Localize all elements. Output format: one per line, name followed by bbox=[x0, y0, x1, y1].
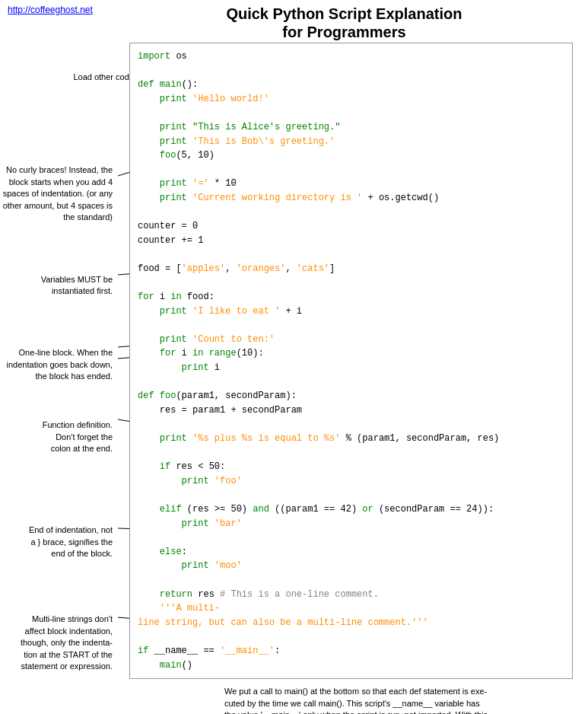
code-line-foo-call: foo(5, 10) bbox=[138, 148, 564, 163]
code-line-counter1: counter += 1 bbox=[138, 234, 564, 248]
ann-end-indent: End of indentation, not a } brace, signi… bbox=[0, 513, 113, 560]
code-line-blank9 bbox=[138, 417, 564, 432]
ann-main-call: We put a call to main() at the bottom so… bbox=[224, 674, 559, 714]
code-line-blank12 bbox=[138, 531, 564, 545]
page-header: http://coffeeghost.net Quick Python Scri… bbox=[0, 0, 588, 43]
code-line-if-res: if res < 50: bbox=[138, 460, 564, 474]
code-line-blank6 bbox=[138, 276, 564, 291]
code-line-blank13 bbox=[138, 573, 564, 588]
code-line-return: return res # This is a one-line comment. bbox=[138, 588, 564, 602]
code-line-blank10 bbox=[138, 446, 564, 461]
code-line-count: print 'Count to ten:' bbox=[138, 333, 564, 347]
code-line-main-call: main() bbox=[138, 658, 564, 673]
ann-func-def: Function definition. Don't forget the co… bbox=[0, 408, 113, 455]
ann-no-curly: No curly braces! Instead, the block star… bbox=[0, 153, 113, 223]
code-line-blank5 bbox=[138, 247, 564, 262]
code-line-blank11 bbox=[138, 488, 564, 502]
code-line-cwd: print 'Current working directory is ' + … bbox=[138, 191, 564, 206]
code-line-print-moo: print 'moo' bbox=[138, 559, 564, 573]
ann-multiline-str: Multi-line strings don't affect block in… bbox=[0, 602, 113, 672]
code-line-for-range: for i in range(10): bbox=[138, 346, 564, 361]
code-box: import os def main(): print 'Hello world… bbox=[129, 43, 573, 679]
page-title: Quick Python Script Explanation for Prog… bbox=[93, 5, 580, 41]
code-line-equals: print '=' * 10 bbox=[138, 177, 564, 191]
code-line-elif: elif (res >= 50) and ((param1 == 42) or … bbox=[138, 502, 564, 517]
code-line-hello: print 'Hello world!' bbox=[138, 92, 564, 107]
code-line-blank2 bbox=[138, 106, 564, 120]
ann-one-line-block: One-line block. When the indentation goe… bbox=[0, 336, 113, 383]
code-line-eat: print 'I like to eat ' + i bbox=[138, 304, 564, 319]
code-line-1: import os bbox=[138, 49, 564, 64]
page-wrapper: http://coffeeghost.net Quick Python Scri… bbox=[0, 0, 588, 712]
code-line-print-foo: print 'foo' bbox=[138, 474, 564, 489]
main-content: Load other code modules. Module name. Th… bbox=[0, 43, 588, 712]
code-line-print-i: print i bbox=[138, 361, 564, 375]
ann-vars-must: Variables MUST be instantiated first. bbox=[0, 263, 113, 296]
code-line-def-foo: def foo(param1, secondParam): bbox=[138, 389, 564, 403]
code-line-blank1 bbox=[138, 64, 564, 78]
code-line-for-food: for i in food: bbox=[138, 290, 564, 304]
code-line-bob: print 'This is Bob\'s greeting.' bbox=[138, 135, 564, 149]
code-line-blank7 bbox=[138, 318, 564, 333]
code-line-def-main: def main(): bbox=[138, 78, 564, 92]
code-line-multistr1: '''A multi- bbox=[138, 601, 564, 616]
code-line-multistr2: line string, but can also be a multi-lin… bbox=[138, 616, 564, 630]
code-line-alice: print "This is Alice's greeting." bbox=[138, 120, 564, 135]
code-line-blank4 bbox=[138, 206, 564, 220]
code-line-res: res = param1 + secondParam bbox=[138, 403, 564, 418]
code-line-food: food = ['apples', 'oranges', 'cats'] bbox=[138, 262, 564, 276]
code-line-blank3 bbox=[138, 163, 564, 177]
code-line-print-bar: print 'bar' bbox=[138, 517, 564, 531]
code-line-if-name: if __name__ == '__main__': bbox=[138, 644, 564, 658]
code-line-counter0: counter = 0 bbox=[138, 219, 564, 234]
code-line-blank14 bbox=[138, 630, 564, 644]
code-line-print-format: print '%s plus %s is equal to %s' % (par… bbox=[138, 432, 564, 446]
code-line-else: else: bbox=[138, 545, 564, 559]
code-line-blank8 bbox=[138, 375, 564, 390]
site-url: http://coffeeghost.net bbox=[8, 5, 93, 15]
